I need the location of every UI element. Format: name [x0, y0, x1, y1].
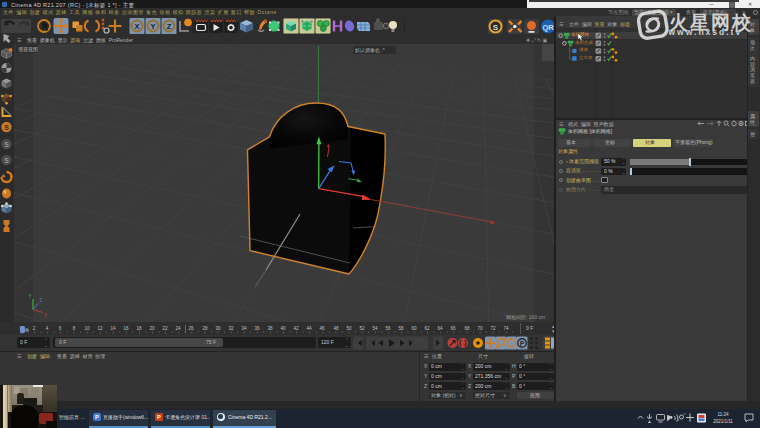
svg-text:www.hxsd.tv: www.hxsd.tv: [668, 27, 743, 37]
svg-text:Y: Y: [29, 294, 32, 299]
svg-text:Z: Z: [167, 22, 172, 31]
svg-text:P: P: [520, 340, 525, 347]
svg-text:S: S: [4, 157, 9, 164]
svg-text:S: S: [493, 23, 499, 32]
svg-text:Y: Y: [150, 22, 155, 31]
svg-text:X: X: [134, 22, 139, 31]
svg-text:S: S: [4, 124, 9, 131]
svg-text:X: X: [44, 313, 47, 318]
svg-text:S: S: [4, 141, 9, 148]
svg-text:QR: QR: [542, 23, 554, 32]
svg-text:Z: Z: [40, 298, 43, 303]
